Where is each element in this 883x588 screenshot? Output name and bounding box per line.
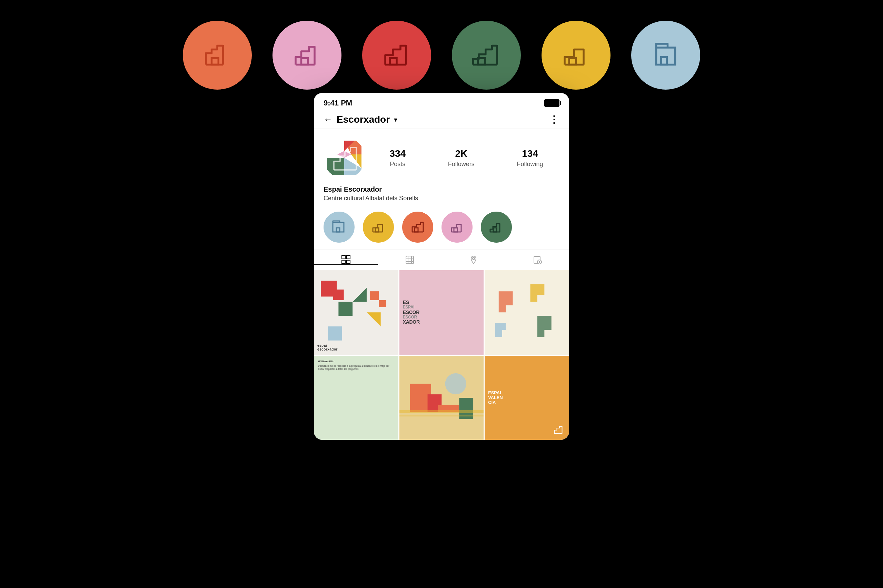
highlight-circle-4 <box>441 212 472 243</box>
grid-item-4-author: William Allin <box>318 360 394 363</box>
grid-item-3[interactable] <box>484 270 569 355</box>
story-circle-4[interactable] <box>452 21 521 90</box>
highlight-circle-2 <box>363 212 394 243</box>
svg-rect-24 <box>415 228 418 232</box>
highlight-item-3[interactable] <box>402 212 433 243</box>
svg-rect-4 <box>390 58 397 65</box>
highlights-row <box>314 207 569 249</box>
grid-item-6[interactable]: ESPAI VALEN CIA <box>484 356 569 440</box>
nav-bar: ← Escorxador ▾ ⋮ <box>314 110 569 129</box>
svg-rect-28 <box>493 228 497 232</box>
svg-rect-61 <box>399 415 484 416</box>
svg-rect-60 <box>399 410 484 413</box>
story-circle-3[interactable] <box>362 21 431 90</box>
grid-item-1-text2: escorxador <box>317 347 338 351</box>
svg-rect-33 <box>347 260 350 264</box>
grid-item-2-line5: XADOR <box>403 320 480 325</box>
svg-rect-26 <box>454 228 457 232</box>
svg-point-58 <box>445 373 466 394</box>
svg-rect-49 <box>484 270 569 355</box>
svg-rect-11 <box>661 57 667 65</box>
svg-rect-32 <box>342 260 345 264</box>
status-bar: 9:41 PM <box>314 93 569 110</box>
highlight-circle-5 <box>481 212 512 243</box>
svg-rect-31 <box>347 255 350 259</box>
following-stat[interactable]: 134 Following <box>517 148 543 168</box>
grid-item-1[interactable]: espai escorxador <box>314 270 399 355</box>
bio-section: Espai Escorxador Centre cultural Albalat… <box>314 184 569 207</box>
posts-label: Posts <box>390 160 405 168</box>
svg-rect-20 <box>333 222 344 232</box>
photo-grid: espai escorxador ES ESPAI ESCOR ESCOR XA… <box>314 270 569 440</box>
battery-icon <box>544 99 560 107</box>
tab-location[interactable] <box>441 255 505 265</box>
highlight-circle-3 <box>402 212 433 243</box>
story-circle-6[interactable] <box>631 21 700 90</box>
svg-point-35 <box>472 258 475 260</box>
tab-bar <box>314 249 569 270</box>
followers-stat[interactable]: 2K Followers <box>448 148 475 168</box>
story-circle-5[interactable] <box>542 21 611 90</box>
svg-rect-47 <box>379 300 386 307</box>
svg-marker-43 <box>338 302 352 316</box>
highlight-circle-1 <box>323 212 355 243</box>
status-time: 9:41 PM <box>323 99 352 108</box>
profile-name: Espai Escorxador <box>323 185 560 194</box>
svg-rect-8 <box>569 58 576 65</box>
avatar[interactable] <box>323 137 365 178</box>
highlight-item-2[interactable] <box>363 212 394 243</box>
svg-rect-2 <box>301 58 308 65</box>
followers-label: Followers <box>448 160 475 168</box>
story-circles-row <box>183 21 700 90</box>
svg-rect-46 <box>370 291 379 300</box>
chevron-down-icon[interactable]: ▾ <box>394 116 397 124</box>
svg-rect-21 <box>336 228 340 232</box>
posts-stat[interactable]: 334 Posts <box>390 148 406 168</box>
grid-item-5[interactable] <box>399 356 484 440</box>
more-options-button[interactable]: ⋮ <box>549 114 560 125</box>
svg-rect-22 <box>375 228 379 232</box>
highlight-item-5[interactable] <box>481 212 512 243</box>
tab-grid[interactable] <box>314 255 378 265</box>
profile-section: 334 Posts 2K Followers 134 Following <box>314 129 569 184</box>
highlight-item-1[interactable] <box>323 212 355 243</box>
svg-rect-42 <box>333 290 344 300</box>
grid-item-4-quote: L'educació no és resposta a la pregunta.… <box>318 364 394 371</box>
phone-mockup: 9:41 PM ← Escorxador ▾ ⋮ <box>314 93 569 440</box>
grid-item-2-line3: ESCOR <box>403 310 480 315</box>
grid-item-2-line2: ESPAI <box>403 305 480 309</box>
posts-count: 334 <box>390 148 406 159</box>
grid-item-6-line1: ESPAI <box>488 390 566 395</box>
grid-item-1-text: espai <box>317 344 338 347</box>
back-button[interactable]: ← <box>323 114 332 125</box>
svg-rect-34 <box>406 256 414 264</box>
svg-marker-14 <box>327 158 344 175</box>
grid-item-2[interactable]: ES ESPAI ESCOR ESCOR XADOR <box>399 270 484 355</box>
following-count: 134 <box>522 148 538 159</box>
stats-row: 334 Posts 2K Followers 134 Following <box>373 148 560 168</box>
tab-tagged[interactable] <box>505 255 569 265</box>
story-circle-1[interactable] <box>183 21 252 90</box>
svg-rect-30 <box>342 255 345 259</box>
highlight-item-4[interactable] <box>441 212 472 243</box>
svg-rect-0 <box>212 58 219 65</box>
nav-username[interactable]: Escorxador <box>337 114 390 125</box>
svg-rect-48 <box>328 326 342 340</box>
followers-count: 2K <box>455 148 467 159</box>
story-circle-2[interactable] <box>272 21 341 90</box>
grid-item-6-line3: CIA <box>488 400 566 405</box>
tab-reels[interactable] <box>378 255 441 265</box>
nav-left: ← Escorxador ▾ <box>323 114 397 125</box>
grid-item-2-line1: ES <box>403 300 480 305</box>
grid-item-4[interactable]: William Allin L'educació no és resposta … <box>314 356 399 440</box>
profile-bio: Centre cultural Albalat dels Sorells <box>323 195 560 202</box>
grid-item-6-line2: VALEN <box>488 395 566 400</box>
following-label: Following <box>517 160 543 168</box>
